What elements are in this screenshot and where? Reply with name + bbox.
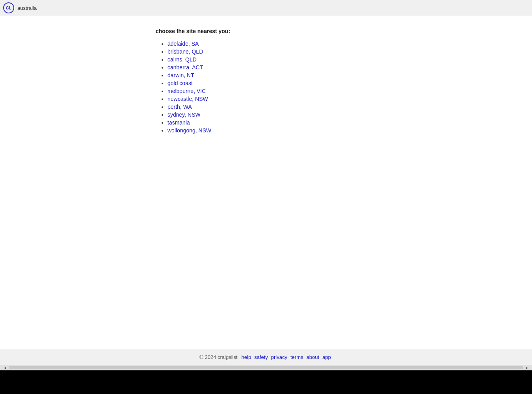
scroll-right-arrow[interactable]: ►: [525, 366, 529, 370]
list-item: wollongong, NSW: [167, 127, 376, 134]
site-link[interactable]: perth, WA: [167, 104, 192, 110]
scrollbar-area: ◄ ►: [0, 365, 532, 370]
site-link[interactable]: darwin, NT: [167, 72, 194, 78]
footer-link[interactable]: about: [307, 354, 320, 360]
list-item: canberra, ACT: [167, 64, 376, 71]
site-link[interactable]: cairns, QLD: [167, 56, 197, 63]
site-link[interactable]: gold coast: [167, 80, 193, 86]
footer-links: helpsafetyprivacytermsaboutapp: [240, 354, 333, 360]
content-inner: choose the site nearest you: adelaide, S…: [148, 28, 384, 134]
list-item: brisbane, QLD: [167, 48, 376, 55]
list-item: melbourne, VIC: [167, 88, 376, 94]
header-location: australia: [17, 5, 37, 11]
footer-inner: © 2024 craigslist helpsafetyprivacyterms…: [0, 354, 532, 360]
taskbar: [0, 370, 532, 394]
site-link[interactable]: newcastle, NSW: [167, 96, 208, 102]
list-item: darwin, NT: [167, 72, 376, 78]
site-link[interactable]: melbourne, VIC: [167, 88, 206, 94]
site-link[interactable]: wollongong, NSW: [167, 127, 211, 134]
scroll-left-arrow[interactable]: ◄: [3, 366, 7, 370]
site-link[interactable]: canberra, ACT: [167, 64, 203, 71]
site-link[interactable]: adelaide, SA: [167, 41, 199, 47]
list-item: cairns, QLD: [167, 56, 376, 63]
sites-list: adelaide, SAbrisbane, QLDcairns, QLDcanb…: [156, 41, 376, 134]
main-content: choose the site nearest you: adelaide, S…: [0, 16, 532, 349]
footer-link[interactable]: safety: [254, 354, 268, 360]
footer-link[interactable]: terms: [290, 354, 303, 360]
footer-link[interactable]: privacy: [271, 354, 287, 360]
header: CL australia: [0, 0, 532, 16]
footer-link[interactable]: app: [322, 354, 331, 360]
list-item: adelaide, SA: [167, 41, 376, 47]
scroll-track[interactable]: [9, 366, 523, 369]
site-link[interactable]: brisbane, QLD: [167, 48, 203, 55]
list-item: gold coast: [167, 80, 376, 86]
footer-link[interactable]: help: [242, 354, 251, 360]
site-link[interactable]: tasmania: [167, 119, 190, 126]
list-item: perth, WA: [167, 104, 376, 110]
choose-heading: choose the site nearest you:: [156, 28, 376, 34]
site-link[interactable]: sydney, NSW: [167, 112, 201, 118]
list-item: sydney, NSW: [167, 112, 376, 118]
footer-copyright: © 2024 craigslist: [199, 354, 237, 360]
cl-logo[interactable]: CL: [3, 2, 14, 13]
list-item: tasmania: [167, 119, 376, 126]
footer: © 2024 craigslist helpsafetyprivacyterms…: [0, 349, 532, 365]
list-item: newcastle, NSW: [167, 96, 376, 102]
